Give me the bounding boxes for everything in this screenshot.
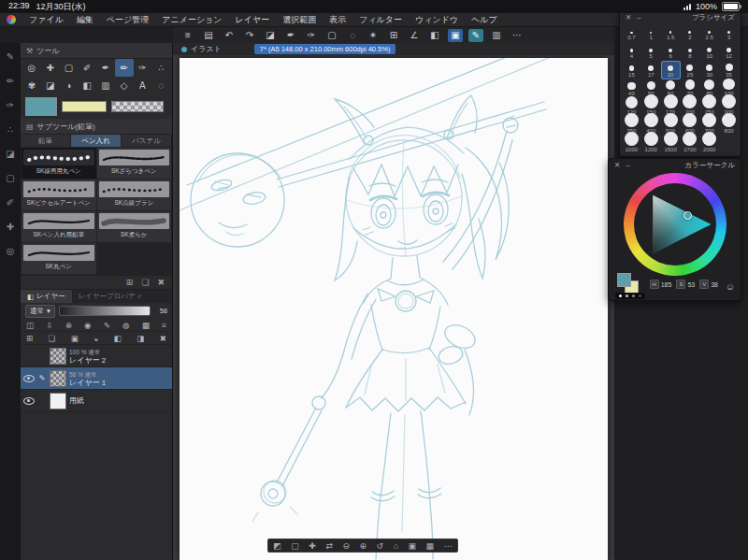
brush-size-5[interactable]: 5 [641,42,661,61]
brush-size-6[interactable]: 6 [661,42,681,61]
close-icon[interactable]: ✕ [614,161,620,169]
gradient-tool[interactable]: ▥ [96,77,115,94]
marquee-button[interactable]: ▢ [291,541,299,551]
subtool-tab-0[interactable]: 鉛筆 [21,135,71,147]
layer-mask-button[interactable]: ◧ [114,334,122,343]
reference-layer-button[interactable]: ◉ [84,321,91,330]
transfer-down-button[interactable]: ⇩ [46,321,52,330]
edge-pencil-icon[interactable]: ✏ [7,76,14,86]
subtool-item-2[interactable]: SKピクセルアートペン [22,179,96,210]
new-layer-button[interactable]: ⊞ [26,334,33,343]
edge-select-icon[interactable]: ▢ [6,173,14,183]
combine-button[interactable]: ⊕ [65,321,72,330]
ruler-button[interactable]: ∠ [407,29,422,42]
menu-item-8[interactable]: ウィンドウ [409,13,465,27]
menu-item-5[interactable]: 選択範囲 [276,13,323,27]
menu-item-4[interactable]: レイヤー [229,13,277,27]
move-tool[interactable]: ✚ [41,59,60,77]
brush-size-1[interactable]: 1 [641,23,661,42]
brush-size-3[interactable]: 3 [719,23,739,42]
balloon-tool[interactable]: ◌ [151,77,170,94]
sv-cursor[interactable] [683,211,692,220]
minimize-icon[interactable]: – [637,13,640,22]
material-button[interactable]: ▥ [489,29,504,42]
sub-color-swatch[interactable] [62,101,107,112]
brush-size-1000[interactable]: 1000 [622,136,641,154]
actual-pixels-button[interactable]: ▣ [409,541,417,551]
brush-size-10[interactable]: 10 [699,42,719,61]
delete-subtool-button[interactable]: ✖ [157,278,165,287]
edge-eyedropper-icon[interactable]: ✐ [7,197,14,208]
text-tool[interactable]: A [134,77,152,94]
brush-size-35[interactable]: 35 [719,61,739,79]
blend-tool[interactable]: ◑ [60,77,79,94]
color-history-strip[interactable] [615,293,645,299]
delete-layer-button[interactable]: ✖ [160,334,166,343]
edge-pen-icon[interactable]: ✎ [7,51,14,62]
draw-mode-button[interactable]: ✎ [468,29,483,42]
redo-button[interactable]: ↷ [242,29,257,42]
layer-row-0[interactable]: 100 % 通常レイヤー 2 [21,345,172,367]
brush-size-2[interactable]: 2 [681,23,700,42]
canvas-more-button[interactable]: ⋯ [444,541,453,551]
subtool-tab-2[interactable]: パステル [122,135,172,147]
new-folder-button[interactable]: ❏ [49,334,56,343]
brush-size-1700[interactable]: 1700 [681,136,700,154]
document-tab[interactable]: イラスト [173,44,230,54]
grid-button[interactable]: ▦ [426,541,435,551]
edge-brush-icon[interactable]: ✑ [7,100,14,110]
apply-mask-button[interactable]: ◨ [137,334,144,343]
eraser-tool[interactable]: ◪ [41,77,60,94]
auto-select-button[interactable]: ✶ [366,29,381,42]
add-subtool-button[interactable]: ⊞ [126,278,134,287]
document-title[interactable]: 7* (A5 148.00 x 210.00mm 600dpi 40.5%) [254,44,396,54]
close-icon[interactable]: ✕ [626,13,631,22]
menu-item-0[interactable]: ファイル [22,13,70,27]
fill-tool[interactable]: ◧ [78,77,96,94]
color-wheel[interactable] [624,173,726,276]
brush-size-1500[interactable]: 1500 [661,136,681,154]
edge-zoom-icon[interactable]: ◎ [7,246,15,256]
menu-item-9[interactable]: ヘルプ [465,13,504,27]
brush-size-17[interactable]: 17 [641,61,661,79]
layer-row-2[interactable]: 用紙 [21,390,172,412]
menu-item-1[interactable]: 編集 [70,13,100,27]
brush-size-800[interactable]: 800 [719,117,739,136]
more-button[interactable]: ⋯ [510,29,525,42]
brush-size-2000[interactable]: 2000 [699,136,719,154]
undo-button[interactable]: ↶ [222,29,237,42]
airbrush-tool[interactable]: ∴ [151,59,170,77]
main-menu-button[interactable]: ≡ [180,29,195,42]
move-canvas-button[interactable]: ✚ [309,541,316,551]
edge-eraser-icon[interactable]: ◪ [6,149,14,159]
figure-tool[interactable]: ◇ [115,77,134,94]
subtool-tab-1[interactable]: ペン入れ [71,135,122,147]
brush-size-2.5[interactable]: 2.5 [699,23,719,42]
clip-studio-logo-icon[interactable] [7,15,16,24]
edge-move-icon[interactable]: ✚ [7,222,14,232]
zoom-in-button[interactable]: ⊕ [360,541,367,551]
brush-quick-button[interactable]: ✑ [304,29,319,42]
brush-size-8[interactable]: 8 [681,42,700,61]
draw-target-button[interactable]: ✎ [104,321,110,330]
lasso-select-button[interactable]: ◌ [345,29,360,42]
subtool-item-5[interactable]: SK柔らか [97,211,172,242]
operation-tool[interactable]: ▢ [60,59,79,77]
subtool-item-0[interactable]: SK線画用丸ペン [22,148,96,179]
subtool-item-4[interactable]: SKペン入れ用鉛筆 [22,211,96,242]
layer-visibility-toggle[interactable] [23,375,35,382]
brush-tool[interactable]: ✑ [134,59,152,77]
selection-mode-button[interactable]: ▣ [448,29,463,42]
subtool-item-1[interactable]: SKざらつきペン [97,148,172,179]
tab-layer[interactable]: ◧ レイヤー [21,290,72,303]
selection-launcher-button[interactable]: ◩ [273,541,281,551]
rect-select-button[interactable]: ▢ [324,29,339,42]
palette-dock-button[interactable]: ◫ [26,321,34,330]
canvas[interactable] [180,58,608,560]
foreground-color-swatch[interactable] [617,273,631,287]
transform-button[interactable]: ⊞ [386,29,401,42]
menu-item-2[interactable]: ページ管理 [100,13,155,27]
duplicate-layer-button[interactable]: ▣ [71,334,79,343]
pen-tool[interactable]: ✒ [96,59,115,77]
rotate-reset-button[interactable]: ↺ [377,541,384,551]
